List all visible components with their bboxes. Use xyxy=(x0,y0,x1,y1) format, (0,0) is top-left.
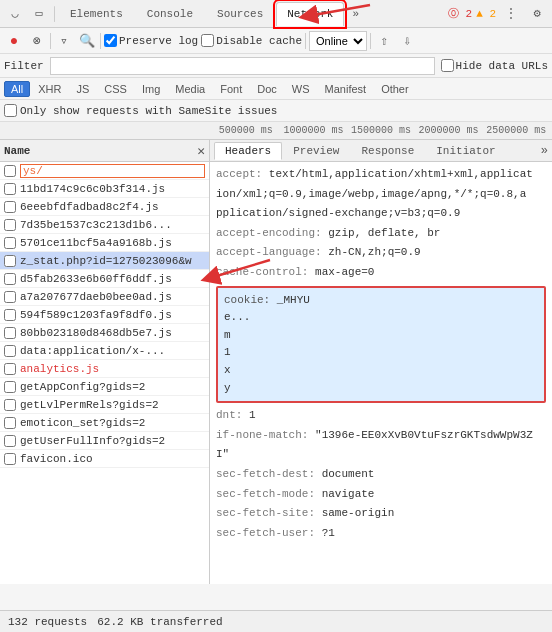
list-item[interactable]: getUserFullInfo?gids=2 xyxy=(0,432,209,450)
right-panel-content: accept: text/html,application/xhtml+xml,… xyxy=(210,162,552,584)
header-sec-fetch-user: sec-fetch-user: ?1 xyxy=(216,525,546,543)
type-css[interactable]: CSS xyxy=(97,81,134,97)
header-key: sec-fetch-site: xyxy=(216,507,315,519)
cookie-line-5: x xyxy=(224,362,538,380)
tab-sources[interactable]: Sources xyxy=(206,2,274,26)
item-name: 80bb023180d8468db5e7.js xyxy=(20,327,205,339)
type-media[interactable]: Media xyxy=(168,81,212,97)
settings-icon[interactable]: ⚙ xyxy=(526,3,548,25)
filter-input[interactable] xyxy=(50,57,435,75)
search-button[interactable]: 🔍 xyxy=(77,31,97,51)
samesite-checkbox[interactable]: Only show requests with SameSite issues xyxy=(4,104,277,117)
tab-elements[interactable]: Elements xyxy=(59,2,134,26)
type-doc[interactable]: Doc xyxy=(250,81,284,97)
header-val: same-origin xyxy=(322,507,395,519)
header-key: sec-fetch-dest: xyxy=(216,468,315,480)
list-item[interactable]: emoticon_set?gids=2 xyxy=(0,414,209,432)
list-item[interactable]: 5701ce11bcf5a4a9168b.js xyxy=(0,234,209,252)
separator xyxy=(54,6,55,22)
header-val: 1 xyxy=(249,409,256,421)
tab-more[interactable]: » xyxy=(346,4,365,24)
item-name: a7a207677daeb0bee0ad.js xyxy=(20,291,205,303)
filter-button[interactable]: ▿ xyxy=(54,31,74,51)
item-name: 594f589c1203fa9f8df0.js xyxy=(20,309,205,321)
disable-cache-checkbox[interactable]: Disable cache xyxy=(201,34,302,47)
type-xhr[interactable]: XHR xyxy=(31,81,68,97)
close-panel-button[interactable]: ✕ xyxy=(197,143,205,159)
record-button[interactable]: ● xyxy=(4,31,24,51)
network-list[interactable]: ys/ 11bd174c9c6c0b3f314.js 6eeebfdfadbad… xyxy=(0,162,209,584)
cookie-box: cookie: _MHYU e... m 1 x y xyxy=(216,286,546,404)
item-name: data:application/x-... xyxy=(20,345,205,357)
waterfall-tick-2: 1000000 ms xyxy=(280,125,348,136)
tab-network[interactable]: Network xyxy=(276,2,344,26)
cookie-line-2: e... xyxy=(224,309,538,327)
header-sec-fetch-mode: sec-fetch-mode: navigate xyxy=(216,486,546,504)
tab-initiator[interactable]: Initiator xyxy=(425,142,506,160)
clear-button[interactable]: ⊗ xyxy=(27,31,47,51)
list-item[interactable]: ys/ xyxy=(0,162,209,180)
preserve-log-checkbox[interactable]: Preserve log xyxy=(104,34,198,47)
left-panel-header: Name ✕ xyxy=(0,140,209,162)
header-val: I" xyxy=(216,448,229,460)
device-icon[interactable]: ▭ xyxy=(28,3,50,25)
list-item[interactable]: getLvlPermRels?gids=2 xyxy=(0,396,209,414)
item-name: 11bd174c9c6c0b3f314.js xyxy=(20,183,205,195)
tab-response[interactable]: Response xyxy=(350,142,425,160)
tab-headers[interactable]: Headers xyxy=(214,142,282,160)
type-font[interactable]: Font xyxy=(213,81,249,97)
list-item[interactable]: favicon.ico xyxy=(0,450,209,468)
filter-bar: Filter Hide data URLs xyxy=(0,54,552,78)
list-item[interactable]: data:application/x-... xyxy=(0,342,209,360)
header-if-none-match: if-none-match: "1396e-EE0xXvB0VtuFszrGKT… xyxy=(216,427,546,445)
warning-badge: ▲ 2 xyxy=(476,8,496,20)
samesite-bar: Only show requests with SameSite issues xyxy=(0,100,552,122)
type-js[interactable]: JS xyxy=(69,81,96,97)
transferred-size: 62.2 KB transferred xyxy=(97,616,222,628)
type-img[interactable]: Img xyxy=(135,81,167,97)
header-key: accept-encoding: xyxy=(216,227,322,239)
tab-more-button[interactable]: » xyxy=(541,144,548,158)
header-val: pplication/signed-exchange;v=b3;q=0.9 xyxy=(216,207,460,219)
header-key: accept-language: xyxy=(216,246,322,258)
header-dnt: dnt: 1 xyxy=(216,407,546,425)
cookie-value: _MHYU xyxy=(277,294,310,306)
list-item[interactable]: 7d35be1537c3c213d1b6... xyxy=(0,216,209,234)
throttle-select[interactable]: Online xyxy=(309,31,367,51)
list-item[interactable]: 11bd174c9c6c0b3f314.js xyxy=(0,180,209,198)
waterfall-tick-4: 2000000 ms xyxy=(415,125,483,136)
type-ws[interactable]: WS xyxy=(285,81,317,97)
hide-data-urls-checkbox[interactable]: Hide data URLs xyxy=(441,59,548,72)
tab-preview[interactable]: Preview xyxy=(282,142,350,160)
item-name: analytics.js xyxy=(20,363,205,375)
list-item[interactable]: 80bb023180d8468db5e7.js xyxy=(0,324,209,342)
header-sec-fetch-site: sec-fetch-site: same-origin xyxy=(216,505,546,523)
item-name: favicon.ico xyxy=(20,453,205,465)
item-name: 5701ce11bcf5a4a9168b.js xyxy=(20,237,205,249)
item-name: ys/ xyxy=(20,164,205,178)
header-if-none-match-cont: I" xyxy=(216,446,546,464)
item-name: emoticon_set?gids=2 xyxy=(20,417,205,429)
list-item[interactable]: analytics.js xyxy=(0,360,209,378)
cookie-line-4: 1 xyxy=(224,344,538,362)
inspect-icon[interactable]: ◡ xyxy=(4,3,26,25)
type-all[interactable]: All xyxy=(4,81,30,97)
filter-label: Filter xyxy=(4,60,44,72)
list-item[interactable]: d5fab2633e6b60ff6ddf.js xyxy=(0,270,209,288)
type-other[interactable]: Other xyxy=(374,81,416,97)
status-bar: 132 requests 62.2 KB transferred xyxy=(0,610,552,632)
item-name: getAppConfig?gids=2 xyxy=(20,381,205,393)
more-icon[interactable]: ⋮ xyxy=(500,3,522,25)
header-sec-fetch-dest: sec-fetch-dest: document xyxy=(216,466,546,484)
header-accept-language: accept-language: zh-CN,zh;q=0.9 xyxy=(216,244,546,262)
tab-console[interactable]: Console xyxy=(136,2,204,26)
list-item[interactable]: getAppConfig?gids=2 xyxy=(0,378,209,396)
export-icon[interactable]: ⇩ xyxy=(397,31,417,51)
network-toolbar: ● ⊗ ▿ 🔍 Preserve log Disable cache Onlin… xyxy=(0,28,552,54)
list-item[interactable]: a7a207677daeb0bee0ad.js xyxy=(0,288,209,306)
list-item[interactable]: z_stat.php?id=1275023096&w xyxy=(0,252,209,270)
list-item[interactable]: 6eeebfdfadbad8c2f4.js xyxy=(0,198,209,216)
import-icon[interactable]: ⇧ xyxy=(374,31,394,51)
list-item[interactable]: 594f589c1203fa9f8df0.js xyxy=(0,306,209,324)
type-manifest[interactable]: Manifest xyxy=(318,81,374,97)
